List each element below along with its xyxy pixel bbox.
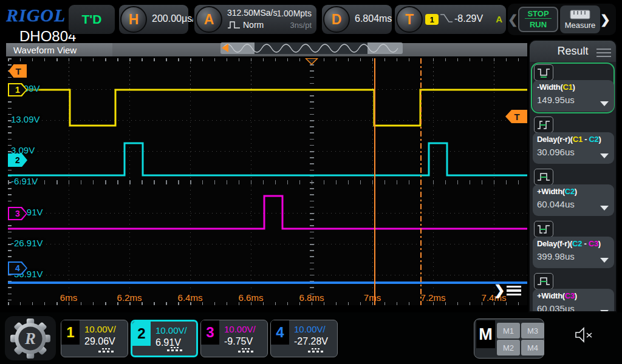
trigger-status-text: T'D	[82, 12, 102, 27]
acquisition-knob[interactable]: A	[196, 6, 222, 33]
channel2-box[interactable]: 2 10.00V/ 6.91V	[131, 320, 198, 357]
measurement-item-delay-rr[interactable]: Delay(r-r)(C1 - C2) 30.096us	[533, 116, 613, 164]
time-label: 6.6ms	[233, 292, 269, 303]
pos-width-icon	[534, 273, 553, 289]
chevron-left-icon[interactable]: ❮	[508, 12, 516, 27]
speaker-muted-icon[interactable]	[573, 326, 594, 344]
trace-ch1	[8, 90, 527, 126]
voltage-label: -26.91V	[11, 238, 43, 248]
acquisition-mode: Norm	[243, 20, 264, 30]
overview-sine-icon	[220, 42, 403, 54]
rigol-brand-logo: RIGOL	[6, 5, 66, 25]
waveform-display-area[interactable]: 23.09V13.09V3.09V-6.91V-16.91V-26.91V-36…	[8, 58, 527, 305]
waveform-traces	[8, 58, 527, 305]
trigger-level-value: -8.29V	[454, 13, 483, 24]
trigger-coupling-letter: A	[496, 14, 502, 24]
falling-edge-icon	[440, 13, 453, 24]
waveform-overview-scrollbar[interactable]	[220, 42, 403, 54]
trigger-level-label: T	[514, 112, 519, 122]
expand-menu-icon[interactable]: ❯	[494, 283, 521, 298]
channel4-box[interactable]: 4 10.00V/ -27.28V	[270, 320, 338, 357]
math-slot-m4[interactable]: M4	[521, 340, 544, 356]
delay-tile[interactable]: D 6.804ms	[322, 5, 392, 34]
math-slot-m1[interactable]: M1	[497, 323, 520, 339]
time-label: 6ms	[50, 292, 87, 303]
horizontal-settings-tile[interactable]: H 200.00μs/	[119, 5, 188, 34]
acquisition-pulse-icon	[227, 21, 241, 29]
trigger-status-tile[interactable]: T'D	[69, 5, 115, 34]
trigger-position-indicator[interactable]	[305, 58, 318, 65]
math-channels-box[interactable]: M M1 M3 M2 M4	[474, 318, 544, 359]
trigger-source-badge: 1	[425, 14, 439, 25]
stop-run-button[interactable]: STOP RUN	[518, 7, 558, 32]
result-panel-title: Result	[557, 45, 588, 58]
gear-icon: R	[10, 318, 50, 359]
quick-menu-cluster: ❮ STOP RUN Measure ❯	[508, 4, 616, 35]
math-label: M	[476, 320, 495, 348]
dashed-line-icon	[167, 349, 183, 351]
delay-fr-icon	[534, 221, 553, 237]
rigol-gear-logo-button[interactable]: R	[5, 316, 56, 360]
trigger-knob[interactable]: T	[396, 6, 423, 33]
math-slot-m2[interactable]: M2	[497, 340, 520, 356]
measurement-item-delay-fr[interactable]: Delay(f-r)(C2 - C3) 399.98us	[533, 221, 613, 268]
pos-width-icon	[534, 169, 553, 185]
measure-button[interactable]: Measure	[560, 5, 600, 33]
time-label: 6.8ms	[293, 292, 330, 303]
model-label: DHO804	[19, 28, 76, 45]
measurement-item-pwidth-c3[interactable]: +Width(C3) 60.035us	[533, 273, 613, 312]
measurement-item-nwidth-c1[interactable]: -Width(C1) 149.95us	[533, 64, 613, 112]
time-label: 6.2ms	[111, 292, 148, 303]
time-label: 7.2ms	[415, 292, 451, 303]
time-label: 7ms	[354, 292, 391, 303]
voltage-label: 13.09V	[11, 114, 40, 124]
measurement-value: 60.035us	[537, 303, 610, 312]
overview-left-arrow-icon[interactable]	[222, 44, 228, 52]
dashed-line-icon	[308, 351, 324, 352]
cursor-line-dashdot[interactable]	[420, 58, 422, 305]
sample-rate-value: 312.50MSa/s	[227, 8, 278, 18]
dashed-line-icon	[238, 351, 254, 352]
measurement-value: 30.096us	[537, 147, 610, 157]
svg-text:R: R	[24, 329, 36, 348]
math-slot-m3[interactable]: M3	[521, 323, 544, 339]
tab-waveform-view-label: Waveform View	[13, 45, 77, 55]
tab-waveform-view[interactable]: Waveform View	[6, 43, 112, 56]
horizontal-knob[interactable]: H	[120, 6, 147, 33]
trace-ch3	[8, 196, 527, 229]
panel-menu-icon[interactable]	[596, 46, 611, 59]
run-label: RUN	[530, 20, 547, 29]
dropdown-arrow-icon[interactable]	[600, 206, 609, 211]
dropdown-arrow-icon[interactable]	[600, 258, 609, 263]
acquisition-tile[interactable]: A 312.50MSa/s Norm 1.00Mpts 3ns/pt	[194, 5, 316, 34]
measure-label: Measure	[565, 21, 596, 30]
time-label: 6.4ms	[172, 292, 208, 303]
dropdown-arrow-icon[interactable]	[600, 153, 609, 158]
trigger-tile[interactable]: T 1 -8.29V A	[395, 5, 506, 34]
dashed-line-icon	[98, 351, 114, 352]
channel1-box[interactable]: 1 10.00V/ 29.06V	[61, 320, 128, 357]
trigger-marker-label: T	[15, 66, 21, 76]
voltage-label: -6.91V	[11, 176, 38, 186]
measurement-item-pwidth-c2[interactable]: +Width(C2) 60.044us	[533, 169, 613, 216]
sample-resolution-value: 3ns/pt	[290, 21, 312, 30]
measurement-value: 149.95us	[537, 95, 610, 105]
memory-depth-value: 1.00Mpts	[276, 8, 312, 18]
neg-width-icon	[534, 64, 553, 81]
delay-rr-icon	[534, 116, 553, 133]
dropdown-arrow-icon[interactable]	[600, 101, 609, 106]
timebase-value: 200.00μs/	[152, 13, 195, 24]
measurement-value: 60.044us	[537, 199, 610, 209]
oscilloscope-screen: RIGOL DHO804 T'D H 200.00μs/ A 312.50MSa…	[0, 0, 622, 364]
bottom-bar: R 1 10.00V/ 29.06V 2 10.00V/ 6.91V 3 10.…	[0, 312, 622, 364]
delay-knob[interactable]: D	[323, 6, 350, 33]
trace-ch2	[8, 143, 527, 175]
stop-label: STOP	[525, 8, 552, 19]
cursor-line-solid[interactable]	[374, 58, 375, 305]
ruler-icon	[570, 10, 590, 19]
measurement-value: 399.98us	[537, 251, 610, 261]
channel3-box[interactable]: 3 10.00V/ -9.75V	[200, 320, 268, 357]
chevron-right-icon[interactable]: ❯	[600, 12, 609, 27]
delay-value: 6.804ms	[355, 13, 392, 24]
result-panel-header[interactable]: Result	[530, 41, 616, 62]
